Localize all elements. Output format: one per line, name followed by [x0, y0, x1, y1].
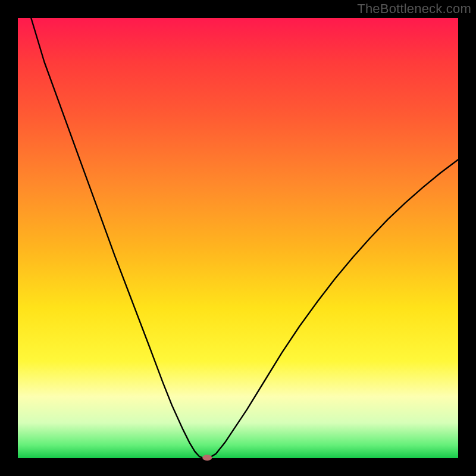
current-point-marker — [202, 455, 212, 461]
chart-frame: TheBottleneck.com — [0, 0, 476, 476]
watermark-text: TheBottleneck.com — [357, 1, 471, 17]
plot-area — [18, 18, 458, 458]
right-branch-line — [209, 159, 458, 458]
chart-svg — [18, 18, 458, 458]
left-branch-line — [31, 18, 203, 458]
